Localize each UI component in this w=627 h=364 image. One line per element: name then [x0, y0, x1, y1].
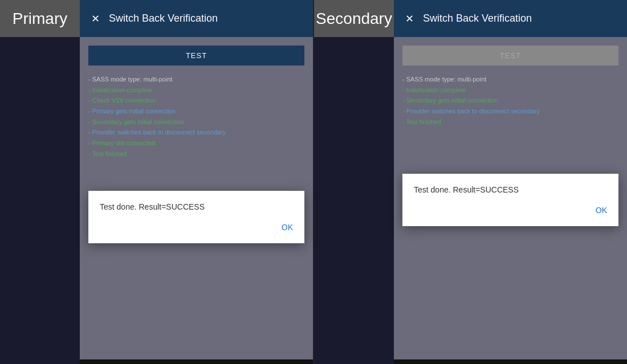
primary-header: ✕ Switch Back Verification: [80, 0, 313, 37]
secondary-result-dialog: Test done. Result=SUCCESS OK: [402, 174, 618, 226]
primary-result-dialog: Test done. Result=SUCCESS OK: [88, 191, 304, 243]
secondary-screen: ✕ Switch Back Verification TEST - SASS m…: [394, 0, 627, 364]
log-item: - Provider switches back to disconnect s…: [88, 127, 304, 138]
secondary-dialog-title: Switch Back Verification: [423, 13, 532, 24]
secondary-label: Secondary: [314, 0, 394, 37]
primary-screen: ✕ Switch Back Verification TEST - SASS m…: [80, 0, 313, 364]
log-item: - Initialization complete: [88, 85, 304, 96]
secondary-panel: Secondary ✕ Switch Back Verification TES…: [314, 0, 627, 364]
primary-close-button[interactable]: ✕: [88, 12, 102, 26]
primary-log: - SASS mode type: multi-point - Initiali…: [88, 74, 304, 159]
primary-dialog-title: Switch Back Verification: [109, 13, 218, 24]
secondary-content: TEST - SASS mode type: multi-point - Ini…: [394, 37, 627, 359]
primary-content: TEST - SASS mode type: multi-point - Ini…: [80, 37, 313, 359]
primary-panel: Primary ✕ Switch Back Verification TEST …: [0, 0, 313, 364]
primary-test-button[interactable]: TEST: [88, 46, 304, 66]
log-item: - Primary still connected.: [88, 138, 304, 149]
primary-ok-button[interactable]: OK: [100, 223, 293, 232]
secondary-result-text: Test done. Result=SUCCESS: [414, 185, 607, 194]
secondary-close-button[interactable]: ✕: [402, 12, 416, 26]
log-item: - Provider switches back to disconnect s…: [402, 106, 618, 117]
secondary-bottom-bar: [394, 359, 627, 364]
secondary-log: - SASS mode type: multi-point - Initiali…: [402, 74, 618, 127]
log-item: - Test finished: [88, 149, 304, 159]
log-item: - Primary gets initial connection: [88, 106, 304, 117]
primary-bottom-bar: [80, 359, 313, 364]
primary-label: Primary: [0, 0, 80, 37]
secondary-label-text: Secondary: [316, 10, 392, 28]
secondary-header: ✕ Switch Back Verification: [394, 0, 627, 37]
log-item: - SASS mode type: multi-point: [88, 74, 304, 85]
log-item: - Check V2V connection.: [88, 95, 304, 106]
log-item: - Secondary gets initial connection: [88, 117, 304, 128]
primary-label-text: Primary: [13, 10, 67, 28]
secondary-ok-button[interactable]: OK: [414, 206, 607, 215]
secondary-test-button: TEST: [402, 46, 618, 66]
log-item: - SASS mode type: multi-point: [402, 74, 618, 85]
log-item: - Secondary gets initial connection: [402, 95, 618, 106]
log-item: - Initialization complete: [402, 85, 618, 96]
primary-result-text: Test done. Result=SUCCESS: [100, 202, 293, 211]
log-item: - Test finished: [402, 117, 618, 128]
